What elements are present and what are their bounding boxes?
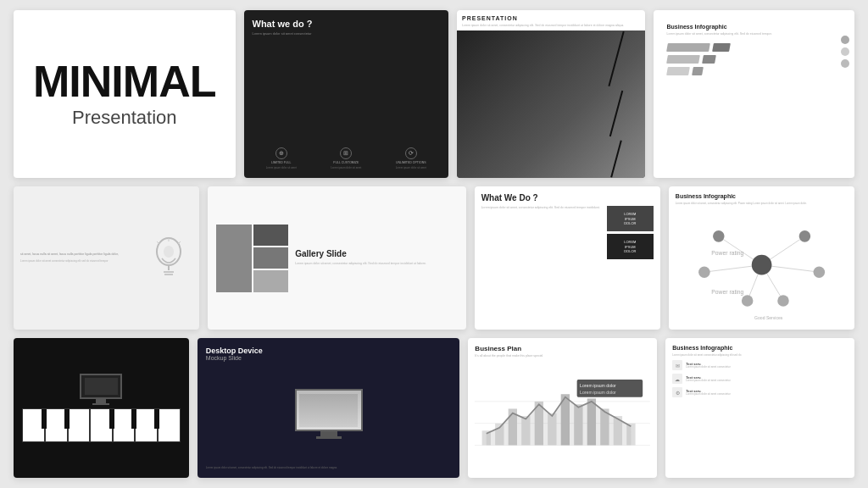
- key-6: [135, 408, 158, 442]
- bottom-row: Desktop Device Mockup Slide Lorem ipsum …: [14, 338, 854, 478]
- iso-icon-3: [841, 59, 849, 68]
- options-icon: ⟳: [409, 150, 414, 157]
- info-item-1: ✉ Text serv. Lorem ipsum dolor sit amet …: [672, 360, 848, 370]
- key-4: [90, 408, 113, 442]
- slide2-label-3: UNLIMITED OPTIONS: [396, 161, 426, 164]
- gallery-title: Gallery Slide: [295, 249, 457, 258]
- info-desc-2: Lorem ipsum dolor sit amet consectetur: [686, 380, 731, 383]
- bulb-text: sit amet, lacus nulla sit amet, lacus nu…: [20, 252, 141, 258]
- monitor-inner: [85, 378, 118, 396]
- info-text-2: Text serv. Lorem ipsum dolor sit amet co…: [686, 375, 731, 383]
- iso-bar-2-side: [702, 55, 716, 64]
- hero-card: MINIMAL Presentation: [14, 10, 236, 178]
- globe-icon: ⊕: [279, 150, 284, 157]
- black-key-4: [131, 409, 136, 429]
- svg-point-20: [777, 296, 789, 308]
- bulb-svg: [150, 235, 188, 281]
- slide-infographic-top: Business Infographic Lorem ipsum dolor s…: [654, 10, 855, 178]
- black-key-3: [109, 409, 114, 429]
- gallery-text: Gallery Slide Lorem ipsum dolor sit amet…: [295, 249, 457, 266]
- chart-area: Lorem ipsum dolor Lorem ipsum dolor: [475, 361, 650, 471]
- key-3: [68, 408, 91, 442]
- slide11-title: Business Infographic: [672, 345, 848, 351]
- slide-bulb: sit amet, lacus nulla sit amet, lacus nu…: [14, 186, 199, 330]
- desktop-foot: [316, 436, 342, 439]
- gallery-face: [216, 225, 252, 292]
- slide6-img2: LOREMIPSUMDOLOR: [607, 234, 654, 259]
- iso-icon-1: [841, 36, 849, 44]
- slide-bizplan: Business Plan It's all about the people …: [468, 338, 657, 478]
- svg-point-19: [742, 296, 754, 308]
- gallery-cell-1: [253, 225, 289, 246]
- slide-piano: [14, 338, 189, 478]
- slide9-title: Desktop Device: [206, 347, 452, 355]
- slide2-icon-2: ⊞ FULL CUSTOMIZE Lorem ipsum dolor sit a…: [317, 147, 376, 169]
- svg-text:Lorem ipsum dolor: Lorem ipsum dolor: [580, 382, 616, 387]
- piano-keys: [22, 408, 180, 442]
- iso-bar-side: [712, 43, 731, 52]
- gallery-grid: [216, 225, 288, 292]
- slide11-body: Lorem ipsum dolor sit amet consectetur a…: [672, 353, 848, 357]
- info-item-2: ☁ Text serv. Lorem ipsum dolor sit amet …: [672, 374, 848, 384]
- slide6-lorem2: LOREMIPSUMDOLOR: [624, 240, 636, 253]
- slide7-body: Lorem ipsum dolor sit amet, consectetur …: [676, 202, 848, 205]
- svg-point-14: [752, 255, 772, 275]
- info-item-3: ⚙ Text serv. Lorem ipsum dolor sit amet …: [672, 387, 848, 397]
- network-diagram: Power rating Power rating Good Services: [676, 208, 848, 322]
- slide-whatwedo-dark: What we do ? Lorem ipsum dolor sit amet …: [244, 10, 449, 178]
- info-items: ✉ Text serv. Lorem ipsum dolor sit amet …: [672, 360, 848, 471]
- slide1-title: PRESENTATION: [462, 15, 640, 21]
- key-5: [113, 408, 136, 442]
- monitor-screen: [80, 374, 122, 399]
- hero-subtitle: Presentation: [72, 107, 177, 129]
- gallery-cell-2: [253, 247, 289, 269]
- info-text-3: Text serv. Lorem ipsum dolor sit amet co…: [686, 389, 731, 396]
- svg-marker-39: [487, 397, 632, 446]
- piano-monitor: [80, 374, 122, 405]
- black-key-1: [42, 409, 47, 429]
- iso-bar-1: [666, 43, 710, 52]
- slide9-desc: Lorem ipsum dolor sit amet, consectetur …: [206, 466, 452, 470]
- business-plan-chart: Lorem ipsum dolor Lorem ipsum dolor: [475, 361, 650, 471]
- iso-icon-2: [841, 47, 849, 56]
- slide2-subtext: Lorem ipsum dolor sit amet consectetur: [253, 31, 441, 36]
- slide3-body: Lorem ipsum dolor sit amet, consectetur …: [667, 32, 842, 36]
- svg-text:Lorem ipsum dolor: Lorem ipsum dolor: [580, 390, 616, 395]
- slide2-desc-1: Lorem ipsum dolor sit amet: [266, 166, 297, 169]
- slide6-content: Lorem ipsum dolor sit amet, consectetur …: [481, 206, 654, 323]
- slide2-icon-1: ⊕ LIMITED FULL Lorem ipsum dolor sit ame…: [253, 147, 311, 169]
- info-icon-3-glyph: ⚙: [676, 390, 680, 396]
- info-icon-2-glyph: ☁: [675, 376, 680, 382]
- slide7-title: Business Infographic: [676, 193, 848, 199]
- slide2-desc-2: Lorem ipsum dolor sit amet: [331, 166, 361, 169]
- svg-text:Good Services: Good Services: [754, 315, 783, 320]
- black-key-5: [154, 409, 159, 429]
- slide2-icon-1-circle: ⊕: [275, 147, 287, 159]
- black-key-2: [64, 409, 70, 429]
- desktop-inner: [299, 394, 357, 427]
- info-icon-3: ⚙: [672, 387, 682, 397]
- slide-whatwedo-light: What We Do ? Lorem ipsum dolor sit amet,…: [475, 186, 660, 330]
- svg-point-4: [164, 246, 174, 258]
- slide6-body: Lorem ipsum dolor sit amet, consectetur …: [481, 206, 602, 323]
- info-desc-1: Lorem ipsum dolor sit amet consectetur: [686, 366, 731, 369]
- slide6-lorem1: LOREMIPSUMDOLOR: [624, 212, 636, 225]
- iso-bar-3: [666, 67, 690, 75]
- network-svg: Power rating Power rating Good Services: [676, 208, 848, 322]
- slide-infographic-mid: Business Infographic Lorem ipsum dolor s…: [669, 186, 854, 330]
- svg-point-16: [798, 230, 810, 242]
- svg-point-17: [698, 267, 710, 279]
- slide10-desc: It's all about the people that make this…: [475, 354, 650, 358]
- desktop-monitor: [295, 389, 363, 439]
- key-2: [45, 408, 68, 442]
- slide6-img1: LOREMIPSUMDOLOR: [607, 206, 654, 231]
- info-icon-2: ☁: [672, 374, 682, 384]
- slide2-icon-2-circle: ⊞: [340, 147, 352, 159]
- info-icon-1: ✉: [672, 360, 682, 370]
- middle-row: sit amet, lacus nulla sit amet, lacus nu…: [14, 186, 854, 330]
- svg-text:Power rating: Power rating: [711, 289, 743, 296]
- slide2-heading: What we do ?: [253, 19, 441, 29]
- key-1: [22, 408, 45, 442]
- slide2-label-1: LIMITED FULL: [271, 161, 291, 164]
- slide3-title: Business Infographic: [667, 24, 842, 30]
